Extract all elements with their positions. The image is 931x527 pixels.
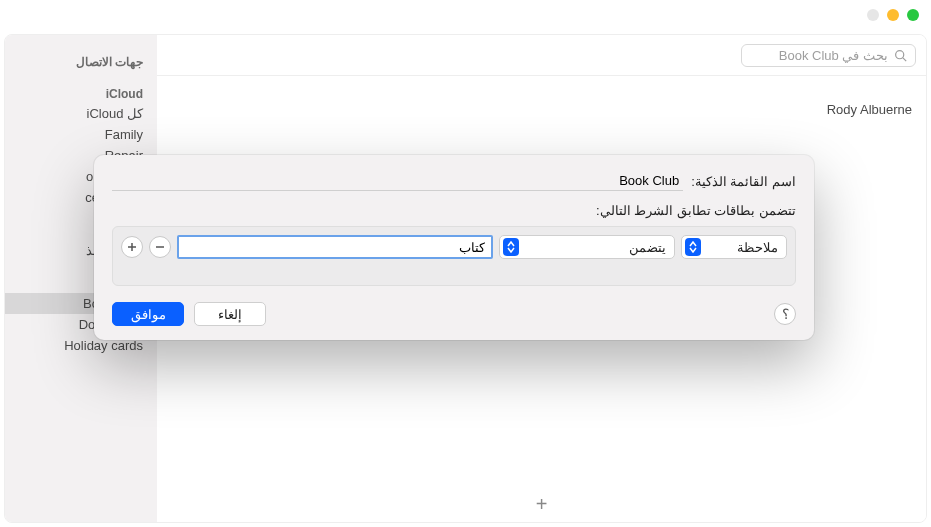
criteria-subtitle: تتضمن بطاقات تطابق الشرط التالي: [112,203,796,218]
contacts-list: Rody Albuerne [157,90,926,129]
criteria-row: ملاحظة يتضمن [121,235,787,259]
smart-list-name-label: اسم القائمة الذكية: [691,174,796,189]
smart-list-sheet: اسم القائمة الذكية: تتضمن بطاقات تطابق ا… [94,155,814,340]
svg-line-1 [903,57,906,60]
sidebar-section-contacts: جهات الاتصال [5,49,157,71]
traffic-light-disabled [867,9,879,21]
remove-criteria-button[interactable] [149,236,171,258]
footer-bar: + [157,492,926,516]
criteria-area: ملاحظة يتضمن [112,226,796,286]
toolbar: بحث في Book Club [157,35,926,75]
traffic-light-zoom[interactable] [907,9,919,21]
window-titlebar [0,0,931,30]
sheet-footer: ؟ موافق إلغاء [112,302,796,326]
cancel-button[interactable]: إلغاء [194,302,266,326]
search-icon [894,49,907,62]
minus-icon [155,242,165,252]
chevron-up-down-icon [685,238,701,256]
svg-point-0 [896,50,904,58]
sidebar-item-all-icloud[interactable]: كل iCloud [5,103,157,124]
contact-row[interactable]: Rody Albuerne [171,102,912,117]
list-separator [157,75,926,76]
criteria-operator-value: يتضمن [629,240,666,255]
help-button[interactable]: ؟ [774,303,796,325]
chevron-up-down-icon [503,238,519,256]
plus-icon [127,242,137,252]
smart-list-name-input[interactable] [112,171,683,191]
criteria-operator-popup[interactable]: يتضمن [499,235,675,259]
criteria-field-popup[interactable]: ملاحظة [681,235,787,259]
search-placeholder: بحث في Book Club [779,48,888,63]
ok-button[interactable]: موافق [112,302,184,326]
criteria-field-value: ملاحظة [737,240,778,255]
sidebar-section-icloud: iCloud [5,81,157,103]
sidebar-item-family[interactable]: Family [5,124,157,145]
add-criteria-button[interactable] [121,236,143,258]
criteria-value-input[interactable] [177,235,493,259]
traffic-light-minimize[interactable] [887,9,899,21]
add-button[interactable]: + [526,492,558,516]
search-field[interactable]: بحث في Book Club [741,44,916,67]
